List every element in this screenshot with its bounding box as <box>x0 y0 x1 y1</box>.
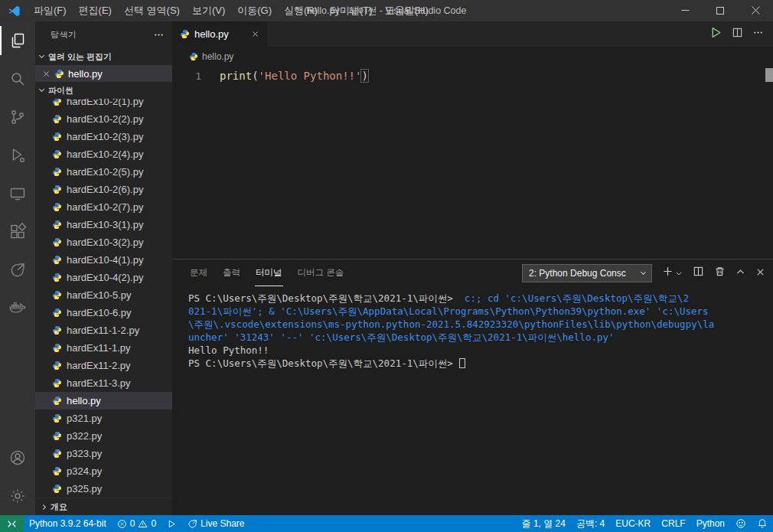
file-item[interactable]: p325.py <box>35 480 172 498</box>
file-name: hardEx10-3(2).py <box>67 237 143 248</box>
file-item[interactable]: hardEx11-2.py <box>35 357 172 374</box>
panel-tab[interactable]: 출력 <box>222 259 241 286</box>
menu-item[interactable]: 편집(E) <box>73 0 118 21</box>
close-editor-icon[interactable] <box>42 70 51 78</box>
settings-gear-icon <box>8 487 27 505</box>
explorer-button[interactable] <box>0 21 35 60</box>
encoding-status[interactable]: EUC-KR <box>610 515 656 532</box>
window-controls <box>667 0 773 21</box>
file-item[interactable]: hardEx10-4(2).py <box>35 269 172 286</box>
python-version-label: Python 3.9.2 64-bit <box>29 518 106 529</box>
chevron-down-icon <box>641 269 646 274</box>
more-actions-icon[interactable] <box>752 27 764 41</box>
editor-scrollbar[interactable] <box>765 68 773 82</box>
menu-item[interactable]: 실행(R) <box>278 0 324 21</box>
terminal-instance-select[interactable]: 2: Python Debug Consc <box>522 264 652 282</box>
tab-hello-py[interactable]: hello.py <box>172 21 267 47</box>
file-name: hardEx10-2(7).py <box>67 201 143 213</box>
terminal-output[interactable]: PS C:\Users\주원\Desktop\주원\학교\2021-1\파이썬>… <box>172 286 773 515</box>
open-editor-item[interactable]: hello.py <box>35 65 172 82</box>
file-item[interactable]: hardEx10-2(5).py <box>35 163 172 181</box>
file-item[interactable]: hardEx10-2(7).py <box>35 198 172 216</box>
breadcrumb[interactable]: hello.py <box>172 47 773 67</box>
kill-terminal-trash-icon[interactable] <box>714 266 726 280</box>
file-item[interactable]: hardEx10-4(1).py <box>35 251 172 269</box>
file-item[interactable]: p321.py <box>35 410 172 427</box>
remote-explorer-button[interactable] <box>0 175 35 213</box>
settings-gear-button[interactable] <box>0 477 35 515</box>
eol-status[interactable]: CRLF <box>656 515 690 532</box>
file-item[interactable]: hardEx10-2(6).py <box>35 181 172 198</box>
line-number: 1 <box>172 70 220 82</box>
panel-tab[interactable]: 디버그 콘솔 <box>297 259 345 286</box>
remote-indicator[interactable] <box>0 515 24 532</box>
file-item[interactable]: p323.py <box>35 445 172 462</box>
minimize-icon <box>681 5 690 17</box>
indentation-status[interactable]: 공백: 4 <box>571 515 610 532</box>
live-share-status[interactable]: Live Share <box>182 515 250 532</box>
minimize-button[interactable] <box>667 0 703 21</box>
python-file-icon <box>52 132 62 142</box>
docker-button[interactable] <box>0 289 35 328</box>
live-share-button[interactable] <box>0 251 35 289</box>
more-actions-icon[interactable] <box>153 29 165 41</box>
run-and-debug-icon <box>8 146 27 165</box>
menu-item[interactable]: 터미널(T) <box>324 0 379 21</box>
python-file-icon <box>189 52 198 61</box>
cursor-position-status[interactable]: 줄 1, 열 24 <box>517 515 571 532</box>
file-item[interactable]: p322.py <box>35 427 172 445</box>
plus-icon <box>662 266 674 280</box>
panel-tab[interactable]: 문제 <box>189 259 208 286</box>
maximize-panel-icon[interactable] <box>735 266 745 280</box>
run-and-debug-button[interactable] <box>0 136 35 175</box>
close-button[interactable] <box>738 0 773 21</box>
folder-section-header[interactable]: 파이썬 <box>35 82 172 99</box>
file-item[interactable]: hardEx10-6.py <box>35 304 172 321</box>
menu-item[interactable]: 선택 영역(S) <box>118 0 186 21</box>
file-name: hardEx10-2(6).py <box>67 184 143 195</box>
split-terminal-icon[interactable] <box>693 266 704 280</box>
file-item[interactable]: hardEx10-2(4).py <box>35 145 172 163</box>
file-item[interactable]: hardEx10-5.py <box>35 286 172 304</box>
code-editor[interactable]: 1 print('Hello Python!!') <box>172 67 773 259</box>
language-mode-status[interactable]: Python <box>691 515 730 532</box>
file-item[interactable]: hardEx10-3(2).py <box>35 233 172 251</box>
open-editor-label: hello.py <box>68 68 103 80</box>
feedback-smiley-icon[interactable] <box>730 515 752 532</box>
source-control-button[interactable] <box>0 98 35 136</box>
breadcrumb-item[interactable]: hello.py <box>202 51 233 62</box>
close-panel-icon[interactable] <box>755 266 765 280</box>
menu-item[interactable]: 이동(G) <box>231 0 278 21</box>
file-item[interactable]: hardEx10-3(1).py <box>35 216 172 233</box>
run-python-file-icon[interactable] <box>709 26 722 42</box>
problems-status[interactable]: 0 0 <box>112 515 161 532</box>
menu-item[interactable]: 보기(V) <box>186 0 231 21</box>
account-button[interactable] <box>0 439 35 477</box>
file-item[interactable]: hardEx10-2(2).py <box>35 110 172 128</box>
maximize-button[interactable] <box>703 0 738 21</box>
file-item[interactable]: hardEx11-3.py <box>35 374 172 392</box>
new-terminal-button[interactable] <box>662 266 683 280</box>
panel-tab[interactable]: 터미널 <box>255 259 283 286</box>
notifications-bell-icon[interactable] <box>752 515 773 532</box>
terminal-text: c:; cd 'c:\Users\주원\Desktop\주원\학교\2 <box>458 292 689 304</box>
python-file-icon <box>52 466 62 476</box>
file-item[interactable]: p324.py <box>35 462 172 480</box>
python-file-icon <box>54 69 64 79</box>
file-item[interactable]: hardEx10-2(1).py <box>35 99 172 110</box>
close-tab-icon[interactable] <box>251 30 259 38</box>
extensions-button[interactable] <box>0 213 35 251</box>
file-item[interactable]: hardEx11-1.py <box>35 339 172 357</box>
menu-item[interactable]: 도움말(H) <box>379 0 435 21</box>
outline-section[interactable]: 개요 <box>35 498 172 515</box>
menu-item[interactable]: 파일(F) <box>28 0 73 21</box>
split-editor-icon[interactable] <box>732 27 743 41</box>
file-item[interactable]: hardEx10-2(3).py <box>35 128 172 145</box>
file-item[interactable]: hello.py <box>35 392 172 410</box>
run-status-button[interactable] <box>161 515 182 532</box>
python-interpreter-status[interactable]: Python 3.9.2 64-bit <box>24 515 112 532</box>
open-editors-section[interactable]: 열려 있는 편집기 <box>35 48 172 65</box>
python-file-icon <box>52 220 62 230</box>
search-button[interactable] <box>0 60 35 98</box>
file-item[interactable]: hardEx11-1-2.py <box>35 321 172 339</box>
